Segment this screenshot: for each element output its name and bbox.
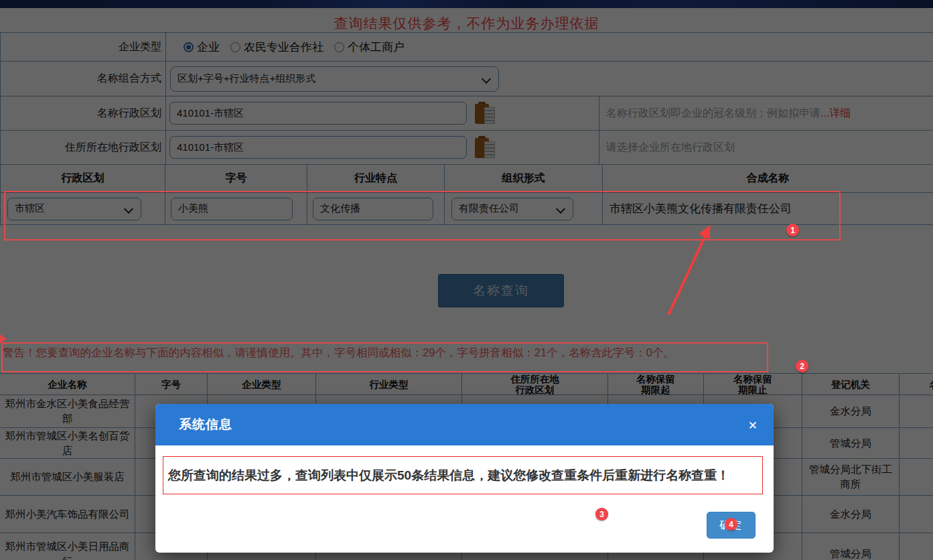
annotation-marker-3: 3 — [595, 508, 608, 520]
annotation-arrow — [660, 220, 720, 320]
dialog-header: 系统信息 — [155, 404, 774, 445]
dialog-title: 系统信息 — [179, 416, 232, 433]
annotation-marker-1: 1 — [786, 224, 799, 236]
dialog-message: 您所查询的结果过多，查询列表中仅展示50条结果信息，建议您修改查重条件后重新进行… — [168, 467, 729, 484]
annotation-marker-4: 4 — [725, 518, 737, 531]
system-info-dialog: 系统信息 ✕ 您所查询的结果过多，查询列表中仅展示50条结果信息，建议您修改查重… — [155, 404, 774, 553]
close-icon[interactable]: ✕ — [748, 420, 758, 431]
annotation-marker-2: 2 — [796, 360, 808, 372]
annotation-box-warning — [1, 342, 768, 372]
left-pointer-icon — [0, 334, 7, 344]
dialog-message-box: 您所查询的结果过多，查询列表中仅展示50条结果信息，建议您修改查重条件后重新进行… — [163, 456, 763, 494]
